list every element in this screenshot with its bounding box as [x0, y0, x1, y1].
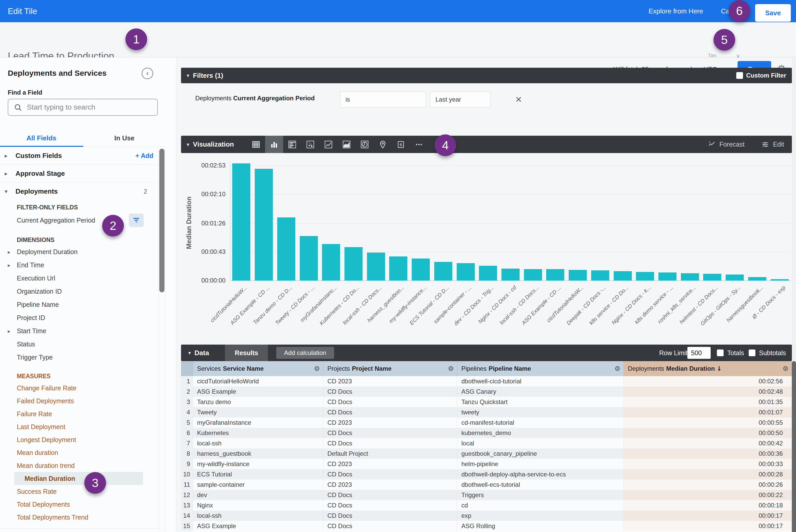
chart-bar[interactable] — [771, 279, 789, 281]
gear-icon[interactable]: ⚙ — [782, 365, 789, 373]
chart-bar[interactable] — [659, 272, 677, 281]
filter-value-input[interactable]: Last year — [430, 92, 490, 108]
results-tab[interactable]: Results — [225, 345, 268, 361]
table-row[interactable]: 15ASG ExampleCD DocsASG Rolling00:00:17 — [181, 521, 792, 531]
table-cell[interactable]: Default Project — [323, 449, 457, 459]
table-cell[interactable]: my-wildfly-instance — [193, 459, 323, 469]
table-cell[interactable]: harness_guestbook — [193, 449, 323, 459]
table-cell[interactable]: Kubernetes — [193, 428, 323, 438]
collapse-sidebar-icon[interactable]: ‹ — [142, 68, 153, 79]
cell-median-duration[interactable]: 00:00:28 — [624, 469, 792, 479]
cell-median-duration[interactable]: 00:01:35 — [624, 397, 792, 407]
table-cell[interactable]: Triggers — [457, 490, 624, 500]
chart-bar[interactable] — [322, 244, 340, 281]
column-header-service-name[interactable]: Services Service Name⚙ — [193, 361, 323, 376]
table-cell[interactable]: CD Docs — [323, 407, 457, 417]
line-chart-icon[interactable] — [319, 136, 337, 153]
main-scrollbar-thumb[interactable] — [792, 361, 796, 532]
measure-last-deployment[interactable]: Last Deployment — [0, 420, 166, 433]
table-cell[interactable]: Tweety — [193, 407, 323, 417]
field-search-box[interactable] — [8, 99, 158, 116]
dimension-execution-url[interactable]: Execution Url — [0, 272, 166, 285]
chart-bar[interactable] — [569, 270, 587, 281]
chart-bar[interactable] — [636, 272, 654, 281]
sidebar-group-deployments[interactable]: ▾ Deployments 2 — [0, 183, 166, 200]
chart-bar[interactable] — [300, 236, 318, 281]
chart-bar[interactable] — [614, 271, 632, 281]
remove-filter-icon[interactable]: ✕ — [515, 95, 522, 104]
add-custom-field-button[interactable]: + Add — [135, 152, 153, 159]
sidebar-group-approval-stage[interactable]: ▸ Approval Stage — [0, 165, 166, 183]
table-cell[interactable]: CD 2023 — [323, 376, 457, 386]
table-row[interactable]: 3Tanzu demoCD DocsTanzu Quickstart00:01:… — [181, 397, 792, 407]
table-cell[interactable]: dbothwell-deploy-alpha-service-to-ecs — [457, 469, 624, 479]
table-cell[interactable]: ASG Example — [193, 521, 323, 531]
search-input[interactable] — [27, 100, 154, 115]
table-cell[interactable]: local-ssh — [193, 511, 323, 521]
table-cell[interactable]: Tanzu demo — [193, 397, 323, 407]
pie-chart-icon[interactable] — [356, 136, 374, 153]
dimension-organization-id[interactable]: Organization ID — [0, 285, 166, 298]
cell-median-duration[interactable]: 00:00:36 — [624, 449, 792, 459]
save-button[interactable]: Save — [755, 4, 791, 22]
dimension-end-time[interactable]: ▸End Time — [0, 259, 166, 272]
cell-median-duration[interactable]: 00:00:18 — [624, 500, 792, 511]
table-cell[interactable]: local — [457, 438, 624, 449]
measure-mean-duration[interactable]: Mean duration — [0, 446, 166, 459]
dimension-deployment-duration[interactable]: ▸Deployment Duration — [0, 245, 166, 259]
chart-bar[interactable] — [345, 247, 363, 281]
gear-icon[interactable]: ⚙ — [614, 365, 621, 373]
dimension-pipeline-name[interactable]: Pipeline Name — [0, 298, 166, 311]
chart-bar[interactable] — [524, 269, 542, 281]
sidebar-group-custom-fields[interactable]: ▸ Custom Fields + Add — [0, 147, 166, 165]
table-cell[interactable]: helm-pipeline — [457, 459, 624, 469]
chart-bar[interactable] — [255, 169, 273, 281]
add-calculation-button[interactable]: Add calculation — [276, 347, 334, 359]
table-cell[interactable]: CD Docs — [323, 521, 457, 531]
chart-bar[interactable] — [726, 274, 744, 281]
table-cell[interactable]: cd — [457, 500, 624, 511]
measure-median-duration[interactable]: Median Duration — [14, 472, 143, 485]
table-cell[interactable]: myGrafanaInstance — [193, 417, 323, 428]
timezone-label[interactable]: Tim — [708, 53, 716, 59]
table-row[interactable]: 10ECS TutorialCD Docsdbothwell-deploy-al… — [181, 469, 792, 479]
totals-checkbox[interactable] — [717, 349, 724, 356]
chart-bar[interactable] — [501, 269, 520, 281]
table-row[interactable]: 12devCD DocsTriggers00:00:22 — [181, 490, 792, 500]
single-value-icon[interactable]: 6 — [392, 136, 410, 153]
filters-section-bar[interactable]: ▾ Filters (1) Custom Filter — [181, 68, 792, 83]
table-cell[interactable]: CD Docs — [323, 386, 457, 397]
table-cell[interactable]: dbothwell-ecs-tutorial — [457, 479, 624, 490]
cell-median-duration[interactable]: 00:00:26 — [624, 479, 792, 490]
subtotals-checkbox[interactable] — [749, 349, 755, 356]
table-cell[interactable]: CD 2023 — [323, 479, 457, 490]
column-header-pipeline-name[interactable]: Pipelines Pipeline Name⚙ — [457, 361, 624, 376]
cell-median-duration[interactable]: 00:00:17 — [624, 521, 792, 531]
filter-by-field-button[interactable] — [129, 213, 144, 227]
table-icon[interactable] — [247, 136, 265, 153]
table-row[interactable]: 13NginxCD Docscd00:00:18 — [181, 500, 792, 511]
measure-total-deployments-trend[interactable]: Total Deployments Trend — [0, 511, 166, 524]
bar-chart-icon[interactable] — [283, 136, 301, 153]
tab-in-use[interactable]: In Use — [83, 130, 166, 146]
table-cell[interactable]: CD Docs — [323, 428, 457, 438]
dimension-start-time[interactable]: ▸Start Time — [0, 324, 166, 338]
cell-median-duration[interactable]: 00:00:33 — [624, 459, 792, 469]
more-icon[interactable] — [410, 136, 428, 153]
cell-median-duration[interactable]: 00:02:56 — [624, 376, 792, 386]
table-row[interactable]: 14local-sshCD Docsexp00:00:17 — [181, 511, 792, 521]
cell-median-duration[interactable]: 00:02:48 — [624, 386, 792, 397]
cell-median-duration[interactable]: 00:01:07 — [624, 407, 792, 417]
table-cell[interactable]: CD 2023 — [323, 459, 457, 469]
table-cell[interactable]: CD Docs — [323, 469, 457, 479]
chart-bar[interactable] — [591, 270, 609, 281]
cell-median-duration[interactable]: 00:00:22 — [624, 490, 792, 500]
table-row[interactable]: 8harness_guestbookDefault Projectguestbo… — [181, 449, 792, 459]
table-cell[interactable]: guestbook_canary_pipeline — [457, 449, 624, 459]
row-limit-input[interactable] — [687, 347, 711, 359]
table-cell[interactable]: CD Docs — [323, 511, 457, 521]
measure-longest-deployment[interactable]: Longest Deployment — [0, 433, 166, 446]
table-cell[interactable]: CD 2023 — [323, 417, 457, 428]
gear-icon[interactable]: ⚙ — [448, 365, 454, 373]
table-cell[interactable]: ECS Tutorial — [193, 469, 323, 479]
